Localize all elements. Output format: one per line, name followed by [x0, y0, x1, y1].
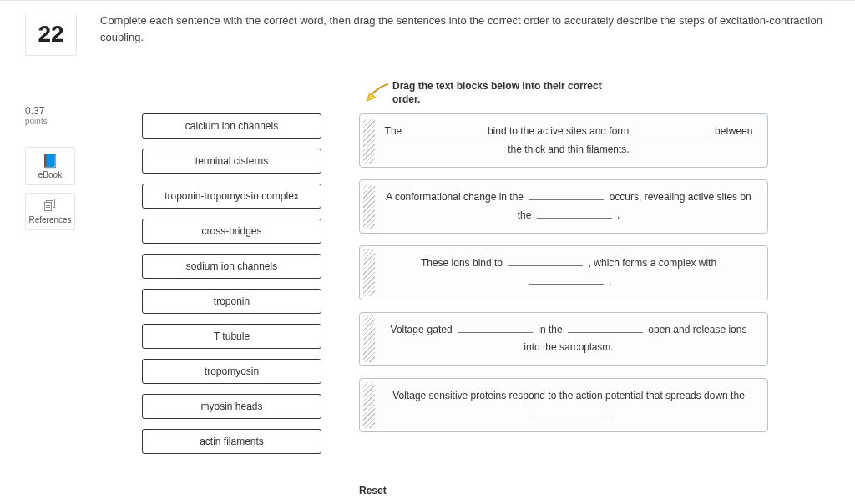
sentence-text: The: [385, 125, 405, 137]
word-item[interactable]: T tubule: [142, 324, 321, 349]
ebook-label: eBook: [38, 170, 62, 179]
question-number: 22: [25, 13, 77, 56]
sentence-text: bind to the active sites and form: [488, 125, 632, 137]
ebook-button[interactable]: 📘 eBook: [25, 147, 75, 185]
word-bank: calcium ion channels terminal cisterns t…: [142, 113, 321, 464]
word-item[interactable]: myosin heads: [142, 394, 321, 419]
arrow-icon: [365, 83, 390, 103]
points-readout: 0.37 points: [25, 105, 48, 126]
blank-slot[interactable]: [407, 125, 483, 134]
sentence-text: Voltage-gated: [391, 324, 455, 335]
word-item[interactable]: calcium ion channels: [142, 113, 321, 139]
sentence-text: .: [609, 275, 611, 287]
blank-slot[interactable]: [529, 275, 604, 285]
points-value: 0.37: [25, 105, 48, 117]
blank-slot[interactable]: [635, 125, 710, 134]
book-icon: 📘: [26, 153, 74, 169]
sentence-block[interactable]: The bind to the active sites and form be…: [359, 113, 768, 168]
sentence-block[interactable]: Voltage-gated in the open and release io…: [359, 312, 768, 366]
drop-zone: The bind to the active sites and form be…: [359, 113, 768, 444]
word-item[interactable]: terminal cisterns: [142, 149, 321, 174]
blank-slot[interactable]: [529, 191, 604, 200]
sentence-text: .: [609, 407, 611, 419]
blank-slot[interactable]: [537, 209, 612, 219]
word-item[interactable]: sodium ion channels: [142, 254, 321, 279]
blank-slot[interactable]: [529, 407, 604, 416]
sentence-text: in the: [538, 324, 565, 335]
references-button[interactable]: 🗐 References: [25, 193, 75, 230]
sentence-block[interactable]: Voltage sensitive proteins respond to th…: [359, 378, 768, 432]
word-item[interactable]: troponin-tropomyosin complex: [142, 184, 321, 209]
points-label: points: [25, 117, 48, 126]
sentence-text: These ions bind to: [421, 257, 505, 269]
word-item[interactable]: cross-bridges: [142, 219, 321, 244]
blank-slot[interactable]: [508, 257, 583, 266]
copy-icon: 🗐: [26, 199, 74, 214]
svg-marker-0: [367, 93, 376, 101]
word-item[interactable]: tropomyosin: [142, 359, 321, 384]
word-item[interactable]: actin filaments: [142, 429, 321, 454]
references-label: References: [28, 215, 71, 224]
question-page: 22 Complete each sentence with the corre…: [0, 0, 855, 504]
sentence-text: .: [617, 209, 620, 221]
word-item[interactable]: troponin: [142, 289, 321, 314]
reset-button[interactable]: Reset: [359, 485, 387, 496]
sentence-text: Voltage sensitive proteins respond to th…: [392, 390, 745, 401]
blank-slot[interactable]: [568, 324, 643, 333]
sentence-block[interactable]: A conformational change in the occurs, r…: [359, 179, 768, 234]
sentence-block[interactable]: These ions bind to , which forms a compl…: [359, 245, 768, 300]
drag-instruction: Drag the text blocks below into their co…: [392, 80, 626, 106]
question-prompt: Complete each sentence with the correct …: [100, 13, 830, 45]
blank-slot[interactable]: [458, 324, 533, 333]
sentence-text: A conformational change in the: [386, 191, 526, 203]
sentence-text: , which forms a complex with: [589, 257, 716, 269]
